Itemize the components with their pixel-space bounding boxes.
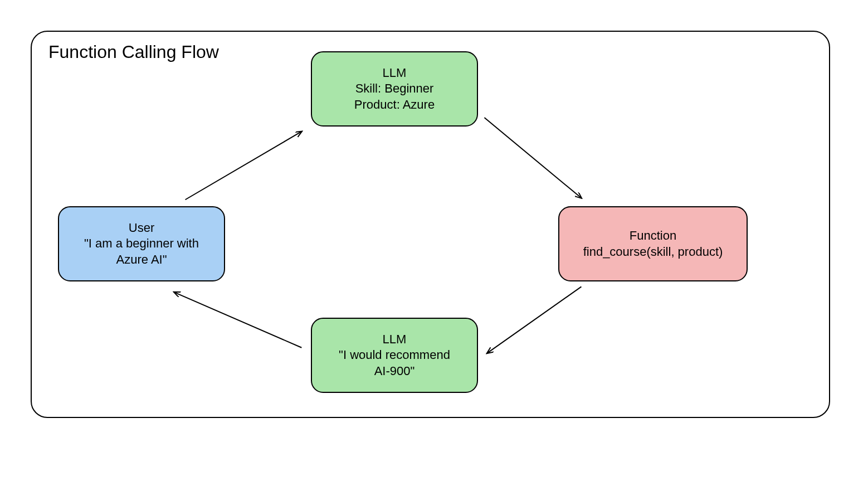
edge-function-to-llm	[487, 286, 581, 353]
node-llm-bottom: LLM "I would recommend AI-900"	[311, 318, 478, 393]
node-llm-bottom-line1: LLM	[383, 332, 407, 348]
diagram-title: Function Calling Flow	[48, 42, 219, 62]
node-function-line2: find_course(skill, product)	[583, 244, 723, 260]
diagram-frame: Function Calling Flow User "I am a begin…	[31, 31, 830, 418]
node-llm-top-line3: Product: Azure	[354, 97, 435, 113]
node-user-line1: User	[129, 220, 154, 236]
node-llm-bottom-line3: AI-900"	[374, 363, 415, 380]
edge-llm-to-user	[174, 292, 302, 347]
node-llm-top-line1: LLM	[383, 65, 407, 81]
node-function: Function find_course(skill, product)	[558, 206, 748, 281]
edge-llm-to-function	[484, 118, 581, 198]
node-user-line3: Azure AI"	[116, 252, 167, 268]
node-function-line1: Function	[630, 228, 676, 244]
node-llm-top-line2: Skill: Beginner	[355, 81, 434, 97]
node-llm-bottom-line2: "I would recommend	[339, 347, 450, 363]
node-user: User "I am a beginner with Azure AI"	[58, 206, 225, 281]
node-user-line2: "I am a beginner with	[84, 236, 199, 252]
edge-user-to-llm	[186, 132, 302, 200]
node-llm-top: LLM Skill: Beginner Product: Azure	[311, 51, 478, 127]
